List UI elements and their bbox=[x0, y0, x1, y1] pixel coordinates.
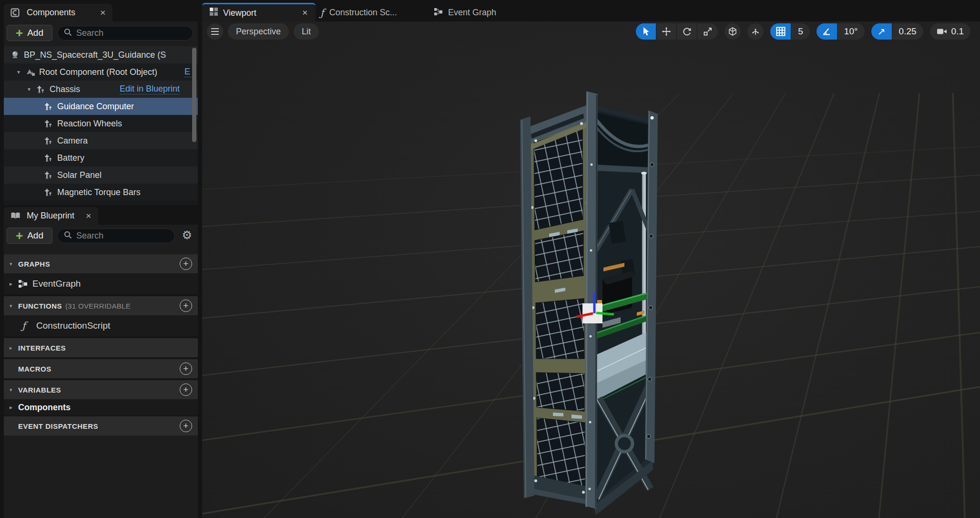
item-construction-script-label: ConstructionScript bbox=[36, 321, 110, 331]
tree-row-solar-panel[interactable]: Solar Panel bbox=[4, 166, 198, 184]
rotation-snap-value[interactable]: 10° bbox=[837, 23, 865, 40]
item-components-category[interactable]: ▸ Components bbox=[4, 399, 198, 415]
grid-snap-value[interactable]: 5 bbox=[791, 23, 810, 40]
add-component-button[interactable]: + Add bbox=[7, 25, 52, 41]
surface-snapping-button[interactable] bbox=[747, 23, 764, 40]
scene-component-icon bbox=[26, 68, 37, 76]
chevron-down-icon[interactable]: ▾ bbox=[28, 86, 36, 93]
add-macro-button[interactable]: + bbox=[180, 363, 192, 375]
section-macros[interactable]: MACROS + bbox=[4, 359, 198, 378]
static-mesh-icon bbox=[36, 85, 48, 94]
tab-viewport[interactable]: Viewport ✕ bbox=[202, 3, 316, 21]
blueprint-editor-window: Components ✕ + Add BP_NS_Spacecraft_3U_G… bbox=[0, 0, 980, 518]
tree-row-label: Root Component (Root Object) bbox=[39, 67, 157, 77]
camera-speed-value: 0.1 bbox=[951, 26, 964, 37]
add-component-label: Add bbox=[27, 28, 43, 38]
tree-row-magnetic-torque-bars[interactable]: Magnetic Torque Bars bbox=[4, 184, 198, 201]
item-construction-script[interactable]: ƒ ConstructionScript bbox=[4, 315, 198, 336]
tree-row-root-component[interactable]: ▾ Root Component (Root Object) E bbox=[4, 63, 198, 81]
tab-viewport-label: Viewport bbox=[223, 8, 256, 18]
select-tool-button[interactable] bbox=[636, 23, 656, 40]
close-icon[interactable]: ✕ bbox=[85, 212, 92, 220]
tab-components-label: Components bbox=[27, 8, 75, 18]
section-functions[interactable]: ▾ FUNCTIONS (31 OVERRIDABLE + bbox=[4, 296, 198, 315]
components-icon bbox=[10, 8, 22, 17]
grid-icon bbox=[776, 27, 786, 36]
section-interfaces[interactable]: ▸ INTERFACES bbox=[4, 338, 198, 357]
section-graphs-label: GRAPHS bbox=[18, 260, 50, 268]
edit-in-blueprint-link[interactable]: Edit in Blueprint bbox=[120, 84, 180, 94]
components-panel: + Add BP_NS_Spacecraft_3U_Guidance (S ▾ bbox=[4, 21, 198, 205]
chevron-down-icon[interactable]: ▾ bbox=[10, 261, 18, 267]
tree-row-label: BP_NS_Spacecraft_3U_Guidance (S bbox=[24, 50, 166, 60]
rotation-snap-control: 10° bbox=[817, 23, 865, 40]
view-mode-dropdown[interactable]: Lit bbox=[294, 23, 319, 40]
lit-label: Lit bbox=[302, 27, 311, 37]
tree-row-guidance-computer[interactable]: Guidance Computer bbox=[4, 98, 198, 115]
edit-in-blueprint-link-clipped[interactable]: E bbox=[184, 67, 191, 77]
my-blueprint-search-input[interactable] bbox=[76, 231, 168, 241]
rotate-tool-button[interactable] bbox=[677, 23, 697, 40]
chevron-right-icon[interactable]: ▸ bbox=[10, 404, 18, 411]
tab-components[interactable]: Components ✕ bbox=[4, 4, 112, 21]
components-search-input[interactable] bbox=[76, 28, 186, 38]
scale-snap-toggle[interactable]: ↗ bbox=[871, 23, 892, 40]
chevron-right-icon[interactable]: ▸ bbox=[10, 280, 18, 287]
static-mesh-icon bbox=[44, 171, 55, 180]
tree-row-label: Battery bbox=[57, 153, 84, 163]
actor-sphere-icon bbox=[10, 51, 22, 60]
3d-viewport[interactable]: Perspective Lit bbox=[202, 21, 980, 518]
section-event-dispatchers[interactable]: EVENT DISPATCHERS + bbox=[4, 416, 198, 435]
cursor-icon bbox=[642, 27, 650, 36]
tree-row-chassis[interactable]: ▾ Chassis Edit in Blueprint bbox=[4, 81, 198, 98]
add-variable-button[interactable]: + bbox=[180, 383, 192, 396]
tab-event-graph[interactable]: Event Graph bbox=[434, 4, 496, 21]
search-icon bbox=[64, 28, 72, 38]
add-blueprint-item-button[interactable]: + Add bbox=[7, 228, 52, 244]
function-icon: ƒ bbox=[22, 320, 36, 332]
add-graph-button[interactable]: + bbox=[180, 258, 192, 270]
scale-snap-value[interactable]: 0.25 bbox=[892, 23, 923, 40]
chevron-down-icon[interactable]: ▾ bbox=[10, 303, 18, 309]
add-event-dispatcher-button[interactable]: + bbox=[180, 420, 192, 432]
section-functions-label: FUNCTIONS bbox=[18, 302, 62, 310]
viewport-toolbar-left: Perspective Lit bbox=[207, 23, 319, 40]
transform-tool-group bbox=[636, 23, 718, 40]
grid-snap-toggle[interactable] bbox=[770, 23, 791, 40]
rotation-snap-toggle[interactable] bbox=[817, 23, 837, 40]
static-mesh-icon bbox=[44, 119, 55, 128]
section-functions-detail: (31 OVERRIDABLE bbox=[65, 302, 131, 310]
camera-speed-control[interactable]: 0.1 bbox=[930, 23, 970, 40]
chevron-right-icon[interactable]: ▸ bbox=[10, 345, 18, 351]
tree-row-label: Solar Panel bbox=[57, 170, 102, 180]
event-graph-icon bbox=[434, 8, 443, 18]
components-search bbox=[57, 26, 193, 41]
gear-icon[interactable]: ⚙ bbox=[182, 229, 192, 241]
tree-row-label: Camera bbox=[57, 136, 88, 146]
tab-construction-script[interactable]: ƒ Construction Sc... bbox=[320, 4, 397, 21]
chevron-down-icon[interactable]: ▾ bbox=[10, 387, 18, 393]
tree-row-reaction-wheels[interactable]: Reaction Wheels bbox=[4, 115, 198, 132]
perspective-label: Perspective bbox=[236, 27, 281, 37]
tree-scrollbar[interactable] bbox=[192, 48, 196, 142]
chevron-down-icon[interactable]: ▾ bbox=[17, 69, 26, 75]
static-mesh-icon bbox=[44, 188, 55, 197]
tree-row-battery[interactable]: Battery bbox=[4, 149, 198, 166]
section-graphs[interactable]: ▾ GRAPHS + bbox=[4, 254, 198, 273]
coordinate-space-button[interactable] bbox=[725, 23, 741, 40]
section-variables[interactable]: ▾ VARIABLES + bbox=[4, 380, 198, 399]
move-tool-button[interactable] bbox=[656, 23, 677, 40]
angle-icon bbox=[822, 27, 831, 36]
tree-row-actor-root[interactable]: BP_NS_Spacecraft_3U_Guidance (S bbox=[4, 46, 198, 63]
perspective-dropdown[interactable]: Perspective bbox=[228, 23, 289, 40]
hamburger-icon bbox=[211, 28, 219, 35]
add-function-button[interactable]: + bbox=[180, 300, 192, 312]
close-icon[interactable]: ✕ bbox=[100, 9, 106, 17]
tree-row-camera[interactable]: Camera bbox=[4, 132, 198, 149]
scale-tool-button[interactable] bbox=[697, 23, 718, 40]
viewport-options-button[interactable] bbox=[207, 23, 223, 40]
tab-my-blueprint[interactable]: My Blueprint ✕ bbox=[4, 207, 98, 225]
item-event-graph[interactable]: ▸ EventGraph bbox=[4, 273, 198, 294]
close-icon[interactable]: ✕ bbox=[302, 9, 308, 17]
cubesat-model bbox=[520, 91, 658, 515]
